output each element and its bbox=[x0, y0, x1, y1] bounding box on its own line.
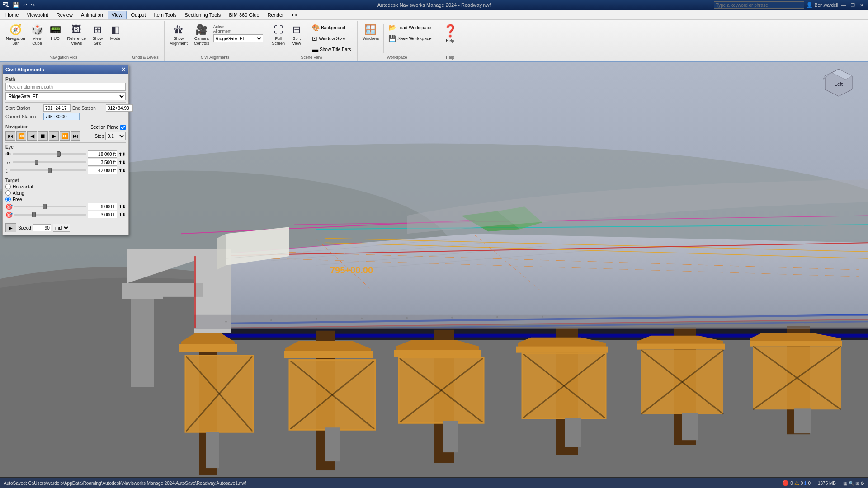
view-cube-button[interactable]: 🎲 ViewCube bbox=[29, 23, 46, 47]
warn-count: 0 bbox=[801, 481, 803, 486]
menu-item-bim360[interactable]: BIM 360 Glue bbox=[225, 11, 263, 19]
menu-item-output[interactable]: Output bbox=[127, 11, 150, 19]
help-button[interactable]: ❓ Help bbox=[441, 23, 460, 45]
load-workspace-button[interactable]: 📂 Load Workspace bbox=[386, 23, 434, 33]
eye-value-1[interactable] bbox=[88, 150, 117, 158]
full-screen-button[interactable]: ⛶ FullScreen bbox=[270, 23, 288, 47]
eye-slider-3[interactable] bbox=[10, 169, 87, 171]
hud-button[interactable]: 📟 HUD bbox=[47, 23, 64, 42]
eye-slider-1[interactable] bbox=[13, 153, 86, 155]
target-icon-1: 🎯 bbox=[5, 203, 13, 210]
menu-item-extra[interactable]: • • bbox=[288, 11, 301, 19]
nav-prev-fast-btn[interactable]: ⏪ bbox=[16, 131, 26, 141]
menu-item-item-tools[interactable]: Item Tools bbox=[151, 11, 180, 19]
active-alignment-select[interactable]: RidgeGate_EB bbox=[213, 34, 263, 42]
section-plane-checkbox[interactable] bbox=[120, 125, 126, 130]
mode-button[interactable]: ◧ Mode bbox=[107, 23, 123, 42]
ribbon-group-scene-view: ⛶ FullScreen ⊟ SplitView 🎨 Background ⊡ … bbox=[268, 21, 358, 61]
speed-label: Speed bbox=[18, 225, 31, 230]
menu-item-render[interactable]: Render bbox=[264, 11, 288, 19]
eye-slider-2[interactable] bbox=[13, 161, 86, 163]
viewport[interactable]: 795+00.00 bbox=[0, 62, 868, 477]
info-icon: ℹ bbox=[804, 480, 807, 486]
menu-item-review[interactable]: Review bbox=[53, 11, 76, 19]
background-button[interactable]: 🎨 Background bbox=[310, 23, 353, 33]
start-station-input[interactable] bbox=[43, 104, 71, 112]
eye-updown-2[interactable]: ⬆⬇ bbox=[118, 160, 126, 165]
play-speed-btn[interactable]: ▶ bbox=[5, 223, 16, 232]
quick-access-undo[interactable]: ↩ bbox=[23, 2, 27, 8]
viewcube-svg: Left bbox=[823, 67, 854, 99]
camera-controls-button[interactable]: 🎥 CameraControls bbox=[192, 23, 212, 47]
show-title-bars-label: Show Title Bars bbox=[320, 47, 351, 52]
windows-button[interactable]: 🪟 Windows bbox=[360, 23, 382, 42]
section-plane-row: Section Plane bbox=[90, 125, 126, 130]
help-group-label: Help bbox=[441, 55, 460, 61]
svg-point-85 bbox=[406, 317, 408, 319]
target-along-row: Along bbox=[5, 190, 126, 196]
end-station-label: End Station bbox=[72, 106, 104, 111]
scene-view-buttons: ⛶ FullScreen ⊟ SplitView 🎨 Background ⊡ … bbox=[270, 22, 354, 55]
eye-value-2[interactable] bbox=[88, 159, 117, 166]
navigation-header-row: Navigation Section Plane bbox=[5, 124, 126, 130]
nav-next-fast-btn[interactable]: ⏩ bbox=[60, 131, 70, 141]
close-btn[interactable]: ✕ bbox=[858, 2, 865, 8]
nav-prev-btn[interactable]: ◀ bbox=[27, 131, 37, 141]
menu-item-viewpoint[interactable]: Viewpoint bbox=[23, 11, 52, 19]
nav-play-btn[interactable]: ▶ bbox=[49, 131, 59, 141]
target-along-radio[interactable] bbox=[5, 190, 11, 196]
background-icon: 🎨 bbox=[312, 24, 320, 31]
speed-value-input[interactable] bbox=[33, 224, 51, 231]
reference-views-button[interactable]: 🖼 ReferenceViews bbox=[65, 23, 89, 47]
target-updown-2[interactable]: ⬆⬇ bbox=[118, 212, 126, 217]
speed-unit-select[interactable]: mph kph bbox=[53, 224, 70, 232]
svg-rect-28 bbox=[284, 351, 373, 358]
search-area[interactable] bbox=[714, 1, 804, 9]
restore-btn[interactable]: ❐ bbox=[849, 2, 856, 8]
keyword-search[interactable] bbox=[714, 1, 804, 9]
target-horizontal-radio[interactable] bbox=[5, 184, 11, 189]
civil-panel-title: Civil Alignments bbox=[5, 67, 44, 72]
save-workspace-button[interactable]: 💾 Save Workspace bbox=[386, 33, 434, 43]
eye-updown-1[interactable]: ⬆⬇ bbox=[118, 152, 126, 157]
viewcube[interactable]: Left bbox=[823, 67, 854, 99]
eye-value-3[interactable] bbox=[88, 167, 117, 174]
menu-item-view[interactable]: View bbox=[108, 11, 127, 19]
eye-updown-3[interactable]: ⬆⬇ bbox=[118, 168, 126, 173]
target-slider-1[interactable] bbox=[14, 206, 86, 207]
show-alignment-button[interactable]: 🛣 ShowAlignment bbox=[167, 23, 190, 47]
path-select[interactable]: RidgeGate_EB bbox=[5, 92, 126, 100]
layer-icon[interactable]: ⊞ bbox=[855, 481, 859, 486]
quick-access-save[interactable]: 💾 bbox=[13, 2, 19, 8]
window-size-button[interactable]: ⊡ Window Size bbox=[310, 33, 353, 43]
target-slider-2[interactable] bbox=[14, 214, 86, 216]
navigation-bar-icon: 🧭 bbox=[9, 24, 22, 36]
current-station-input[interactable] bbox=[43, 113, 80, 120]
navigation-bar-button[interactable]: 🧭 NavigationBar bbox=[4, 23, 28, 47]
magnify-icon[interactable]: 🔍 bbox=[849, 481, 854, 486]
target-value-2[interactable] bbox=[88, 211, 117, 218]
minimize-btn[interactable]: — bbox=[840, 2, 847, 8]
show-title-bars-button[interactable]: ▬ Show Title Bars bbox=[310, 44, 353, 54]
grid-icon[interactable]: ▦ bbox=[843, 481, 847, 486]
settings-icon[interactable]: ⚙ bbox=[860, 481, 864, 486]
target-value-1[interactable] bbox=[88, 203, 117, 210]
menu-item-home[interactable]: Home bbox=[2, 11, 22, 19]
quick-access-redo[interactable]: ↪ bbox=[31, 2, 35, 8]
path-placeholder-input[interactable] bbox=[5, 83, 126, 91]
camera-controls-icon: 🎥 bbox=[195, 24, 208, 36]
nav-first-btn[interactable]: ⏮ bbox=[5, 131, 15, 141]
svg-rect-63 bbox=[682, 413, 698, 440]
target-free-radio[interactable] bbox=[5, 197, 11, 202]
nav-stop-btn[interactable]: ⏹ bbox=[38, 131, 48, 141]
step-select[interactable]: 0.1 0.5 1.0 bbox=[105, 132, 126, 140]
menu-item-sectioning-tools[interactable]: Sectioning Tools bbox=[181, 11, 224, 19]
show-grid-button[interactable]: ⊞ ShowGrid bbox=[90, 23, 106, 47]
target-updown-1[interactable]: ⬆⬇ bbox=[118, 204, 126, 209]
end-station-input[interactable] bbox=[106, 104, 133, 112]
warn-icon: ⚠ bbox=[794, 480, 799, 486]
civil-panel-close-btn[interactable]: ✕ bbox=[121, 66, 126, 73]
split-view-button[interactable]: ⊟ SplitView bbox=[288, 23, 305, 47]
menu-item-animation[interactable]: Animation bbox=[77, 11, 107, 19]
nav-last-btn[interactable]: ⏭ bbox=[71, 131, 80, 141]
